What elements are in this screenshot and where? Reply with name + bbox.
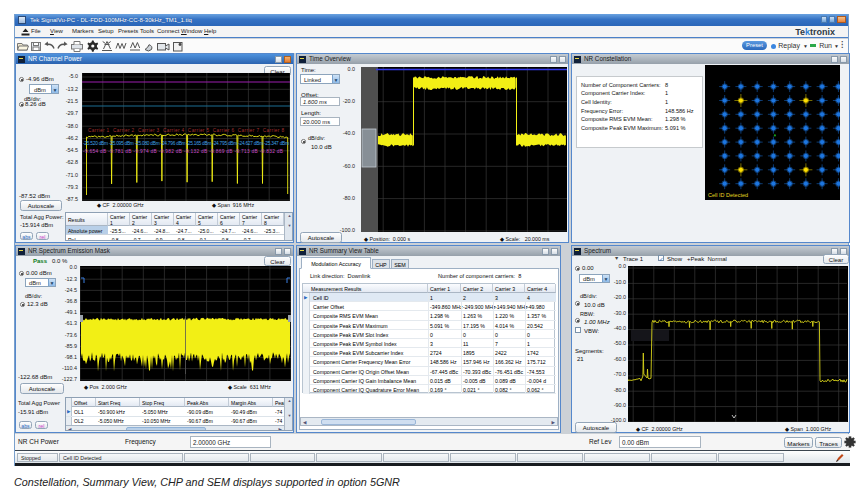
svg-text:-25.520 dBm -25.095 dBm -25.08: -25.520 dBm -25.095 dBm -25.080 dBm -24.… — [83, 141, 289, 146]
svg-text:-9.654 dB -9.781 dB -9.974 dB: -9.654 dB -9.781 dB -9.974 dB -9.982 dB … — [83, 149, 283, 154]
svg-text:Carrier 1 Carrier 2 Carrier: Carrier 1 Carrier 2 Carrier 3 Carrier 4 … — [88, 128, 284, 133]
svg-text:Cell ID Detected: Cell ID Detected — [708, 192, 748, 198]
